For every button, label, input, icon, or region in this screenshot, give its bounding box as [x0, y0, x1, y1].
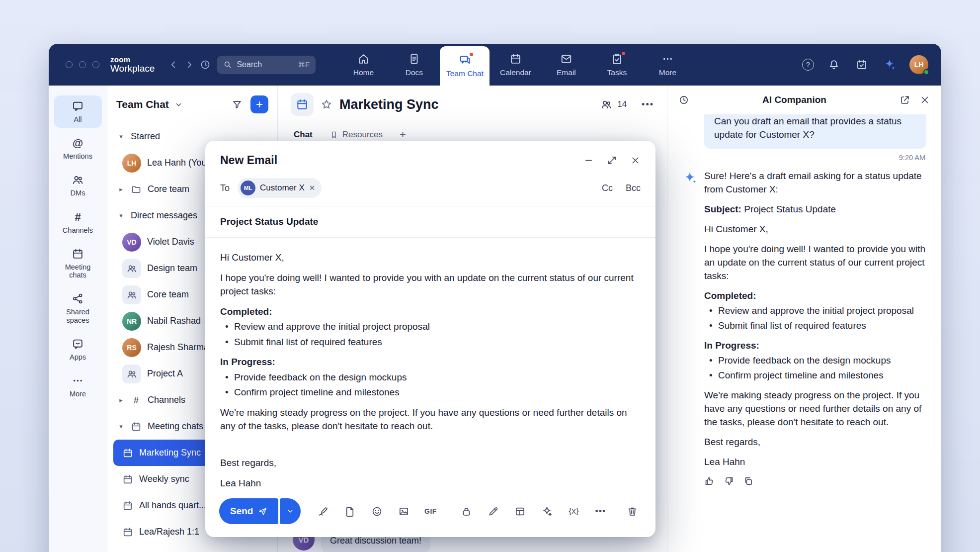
close-button[interactable] — [630, 155, 641, 166]
history-icon — [200, 59, 211, 70]
ai-popout-button[interactable] — [899, 94, 910, 105]
attach-file-button[interactable] — [342, 504, 357, 519]
rail-item-meeting-chats[interactable]: Meeting chats — [54, 243, 102, 283]
remove-recipient-button[interactable]: ✕ — [309, 184, 316, 192]
signature-icon — [318, 506, 329, 517]
email-body-editor[interactable]: Hi Customer X, I hope you're doing well!… — [205, 238, 655, 491]
more-options-button[interactable]: ••• — [593, 504, 608, 519]
ai-close-button[interactable] — [919, 94, 930, 105]
insert-image-button[interactable] — [396, 504, 411, 519]
discard-draft-button[interactable] — [625, 504, 640, 519]
chat-label: Project A — [147, 368, 183, 379]
send-options-button[interactable] — [280, 498, 301, 524]
chevron-right-icon[interactable]: ▸ — [117, 185, 125, 193]
cc-bcc: Cc Bcc — [602, 183, 641, 193]
new-chat-button[interactable]: + — [250, 95, 268, 113]
chevron-right-icon[interactable]: ▸ — [117, 396, 125, 404]
template-button[interactable] — [512, 504, 527, 519]
chevron-down-icon[interactable]: ▾ — [117, 212, 125, 219]
copy-button[interactable] — [743, 476, 753, 486]
schedule-button[interactable] — [854, 56, 870, 73]
close-window-button[interactable] — [66, 61, 73, 68]
calendar-icon — [509, 53, 522, 65]
chevron-down-icon — [286, 507, 295, 516]
rail-label: Meeting chats — [56, 263, 100, 279]
encrypt-button[interactable] — [459, 504, 474, 519]
recipient-chip[interactable]: ML Customer X ✕ — [238, 178, 322, 198]
nav-label: Tasks — [607, 68, 627, 77]
nav-docs[interactable]: Docs — [389, 44, 439, 86]
edit-button[interactable] — [486, 504, 500, 519]
send-button[interactable]: Send — [219, 498, 278, 524]
nav-email[interactable]: Email — [541, 44, 591, 86]
topbar: zoom Workplace Search ⌘F Home Docs — [49, 44, 941, 86]
sidebar-title[interactable]: Team Chat — [116, 98, 169, 110]
gif-button[interactable]: GIF — [423, 504, 438, 519]
thumbs-down-button[interactable] — [724, 476, 734, 486]
folder-label: Core team — [148, 184, 189, 194]
rail-item-channels[interactable]: # Channels — [54, 206, 102, 239]
history-button[interactable] — [197, 56, 213, 73]
add-tab-button[interactable]: + — [400, 128, 406, 141]
variables-button[interactable]: {x} — [566, 504, 581, 519]
ai-assist-button[interactable] — [539, 504, 554, 519]
minimize-button[interactable] — [583, 155, 594, 166]
sparkle-icon — [883, 58, 896, 71]
member-count[interactable]: 14 — [617, 99, 627, 109]
nav-home[interactable]: Home — [338, 44, 388, 86]
ai-response-text: Sure! Here's a draft email asking for a … — [704, 170, 928, 496]
ai-conversation[interactable]: Can you draft an email that provides a s… — [667, 114, 941, 552]
minimize-window-button[interactable] — [79, 61, 86, 68]
expand-button[interactable] — [607, 155, 617, 166]
chat-label: Weekly sync — [139, 474, 189, 484]
emoji-button[interactable] — [369, 504, 384, 519]
presence-dot — [923, 69, 929, 75]
ai-companion-panel: AI Companion Can you draft an email that… — [667, 86, 941, 552]
hash-icon: # — [75, 211, 81, 223]
close-icon — [630, 155, 641, 166]
rail-item-dms[interactable]: DMs — [54, 169, 102, 201]
ai-companion-toggle[interactable] — [882, 56, 898, 73]
nav-team-chat[interactable]: Team Chat — [440, 46, 490, 86]
help-icon[interactable]: ? — [802, 59, 814, 71]
forward-button[interactable] — [181, 56, 197, 73]
rail-item-all[interactable]: All — [54, 95, 102, 128]
nav-label: Calendar — [500, 68, 531, 77]
ai-history-button[interactable] — [678, 94, 689, 105]
chevron-down-icon[interactable] — [174, 100, 183, 109]
subject-field[interactable]: Project Status Update — [205, 206, 655, 238]
back-button[interactable] — [165, 56, 181, 73]
fullscreen-window-button[interactable] — [92, 61, 99, 68]
chevron-down-icon[interactable]: ▾ — [117, 133, 125, 140]
timestamp: 9:20 AM — [682, 154, 925, 162]
sidebar-actions: + — [232, 95, 268, 113]
rail-item-more[interactable]: More — [54, 370, 102, 402]
search-input[interactable]: Search ⌘F — [217, 56, 316, 74]
bcc-button[interactable]: Bcc — [626, 183, 641, 193]
nav-tasks[interactable]: Tasks — [592, 44, 642, 86]
nav-calendar[interactable]: Calendar — [490, 44, 540, 86]
user-avatar[interactable]: LH — [909, 55, 928, 74]
search-shortcut: ⌘F — [298, 60, 310, 69]
nav-more[interactable]: More — [643, 44, 692, 86]
filter-icon[interactable] — [232, 99, 243, 110]
members-icon[interactable] — [600, 98, 612, 110]
chat-bubble-icon — [72, 100, 84, 112]
gif-icon: GIF — [424, 507, 437, 515]
trash-icon — [627, 506, 638, 517]
thumbs-up-button[interactable] — [704, 476, 715, 486]
chat-label: Core team — [147, 289, 189, 300]
tab-chat[interactable]: Chat — [294, 130, 313, 140]
chevron-down-icon[interactable]: ▾ — [117, 423, 125, 430]
tab-resources[interactable]: Resources — [329, 130, 383, 140]
notifications-button[interactable] — [826, 56, 842, 73]
rail-item-apps[interactable]: Apps — [54, 333, 102, 366]
star-channel-button[interactable] — [321, 98, 332, 110]
cc-button[interactable]: Cc — [602, 183, 613, 193]
signature-button[interactable] — [316, 504, 330, 519]
channel-more-icon[interactable]: ••• — [642, 99, 654, 110]
more-icon — [661, 53, 674, 65]
rail-item-shared-spaces[interactable]: Shared spaces — [54, 288, 102, 328]
rail-label: Channels — [63, 226, 93, 234]
rail-item-mentions[interactable]: @ Mentions — [54, 132, 102, 165]
